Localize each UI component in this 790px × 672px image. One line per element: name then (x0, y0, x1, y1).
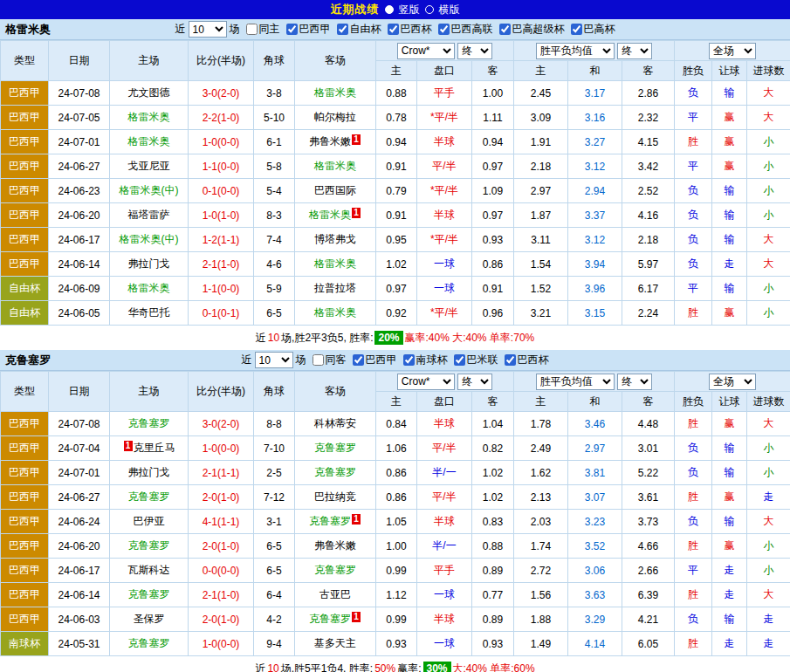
away-team-cell[interactable]: 基多天主 (295, 632, 376, 656)
team-link[interactable]: 克鲁塞罗 (314, 442, 356, 454)
home-team-cell[interactable]: 格雷米奥 (110, 277, 189, 301)
team-link[interactable]: 克鲁塞罗 (314, 564, 356, 576)
fulltime-select[interactable]: 全场 (709, 43, 756, 59)
away-team-cell[interactable]: 克鲁塞罗 (295, 559, 376, 583)
match-count-select[interactable]: 10 (189, 21, 227, 38)
league-checkbox[interactable] (571, 24, 582, 35)
home-team-cell[interactable]: 格雷米奥(中) (110, 179, 189, 203)
final-euro-select[interactable]: 终 (617, 43, 652, 59)
away-team-cell[interactable]: 博塔弗戈 (295, 228, 376, 252)
team-link[interactable]: 格雷米奥 (309, 209, 351, 221)
final-euro-select[interactable]: 终 (617, 374, 652, 390)
team-link[interactable]: 科林蒂安 (314, 417, 356, 429)
league-filter[interactable]: 巴西甲 (349, 353, 397, 367)
team-link[interactable]: 华奇巴托 (128, 306, 170, 319)
league-filter[interactable]: 南球杯 (400, 353, 448, 367)
league-filter[interactable]: 巴西高联 (435, 22, 493, 37)
team-link[interactable]: 克鲁塞罗 (309, 613, 351, 625)
away-team-cell[interactable]: 古亚巴 (295, 583, 376, 607)
home-team-cell[interactable]: 圣保罗 (110, 607, 189, 632)
match-count-select[interactable]: 10 (255, 352, 293, 368)
league-checkbox[interactable] (388, 24, 399, 35)
team-link[interactable]: 格雷米奥 (128, 111, 170, 123)
horizontal-layout-radio[interactable] (425, 5, 434, 14)
away-team-cell[interactable]: 科林蒂安 (295, 412, 376, 436)
home-team-cell[interactable]: 克鲁塞罗 (110, 412, 189, 436)
away-team-cell[interactable]: 格雷米奥 (295, 301, 376, 326)
team-link[interactable]: 格雷米奥 (314, 86, 356, 99)
final-odds-select[interactable]: 终 (457, 43, 492, 59)
home-team-cell[interactable]: 格雷米奥 (110, 130, 189, 154)
league-filter[interactable]: 巴米联 (450, 353, 498, 367)
team-link[interactable]: 戈亚尼亚 (128, 160, 170, 172)
league-filter[interactable]: 巴西杯 (384, 22, 432, 37)
league-checkbox[interactable] (353, 354, 364, 366)
team-link[interactable]: 格雷米奥 (128, 282, 170, 294)
league-checkbox[interactable] (499, 24, 511, 35)
away-team-cell[interactable]: 格雷米奥 (295, 154, 376, 179)
avg-odds-select[interactable]: 胜平负均值 (536, 43, 615, 59)
away-team-cell[interactable]: 弗鲁米嫩 (295, 534, 376, 559)
team-link[interactable]: 弗鲁米嫩 (309, 135, 351, 147)
team-link[interactable]: 格雷米奥 (314, 306, 356, 319)
team-link[interactable]: 巴西国际 (314, 184, 356, 196)
home-team-cell[interactable]: 克鲁塞罗 (110, 534, 189, 559)
team-link[interactable]: 格雷米奥 (128, 135, 170, 147)
team-link[interactable]: 格雷米奥(中) (120, 233, 179, 245)
same-venue-checkbox[interactable] (313, 354, 324, 366)
league-checkbox[interactable] (403, 354, 415, 366)
away-team-cell[interactable]: 克鲁塞罗 (295, 436, 376, 461)
home-team-cell[interactable]: 巴伊亚 (110, 510, 189, 534)
away-team-cell[interactable]: 拉普拉塔 (295, 277, 376, 301)
league-filter[interactable]: 巴高杯 (567, 22, 615, 37)
away-team-cell[interactable]: 格雷米奥1 (295, 203, 376, 228)
team-link[interactable]: 尤文图德 (128, 86, 170, 99)
home-team-cell[interactable]: 格雷米奥 (110, 106, 189, 130)
team-link[interactable]: 格雷米奥 (314, 160, 356, 172)
avg-odds-select[interactable]: 胜平负均值 (536, 374, 615, 390)
home-team-cell[interactable]: 克鲁塞罗 (110, 632, 189, 656)
team-link[interactable]: 克鲁塞罗 (128, 539, 170, 552)
team-link[interactable]: 克鲁塞罗 (309, 515, 351, 527)
team-link[interactable]: 克鲁塞罗 (128, 417, 170, 429)
team-link[interactable]: 福塔雷萨 (128, 209, 170, 221)
away-team-cell[interactable]: 克鲁塞罗 (295, 461, 376, 485)
home-team-cell[interactable]: 瓦斯科达 (110, 559, 189, 583)
team-link[interactable]: 基多天主 (314, 637, 356, 649)
league-checkbox[interactable] (286, 24, 298, 35)
league-checkbox[interactable] (505, 354, 516, 366)
away-team-cell[interactable]: 巴拉纳竞 (295, 485, 376, 510)
home-team-cell[interactable]: 弗拉门戈 (110, 252, 189, 277)
home-team-cell[interactable]: 格雷米奥(中) (110, 228, 189, 252)
league-filter[interactable]: 巴高超级杯 (496, 22, 565, 37)
home-team-cell[interactable]: 1克里丘马 (110, 436, 189, 461)
team-link[interactable]: 瓦斯科达 (128, 564, 170, 576)
league-filter[interactable]: 自由杯 (333, 22, 381, 37)
away-team-cell[interactable]: 格雷米奥 (295, 81, 376, 106)
team-link[interactable]: 弗鲁米嫩 (314, 539, 356, 552)
away-team-cell[interactable]: 克鲁塞罗1 (295, 607, 376, 632)
league-filter[interactable]: 巴西杯 (501, 353, 549, 367)
away-team-cell[interactable]: 格雷米奥 (295, 252, 376, 277)
team-link[interactable]: 克鲁塞罗 (314, 466, 356, 478)
home-team-cell[interactable]: 华奇巴托 (110, 301, 189, 326)
away-team-cell[interactable]: 巴西国际 (295, 179, 376, 203)
away-team-cell[interactable]: 帕尔梅拉 (295, 106, 376, 130)
team-link[interactable]: 巴拉纳竞 (314, 490, 356, 503)
home-team-cell[interactable]: 克鲁塞罗 (110, 485, 189, 510)
vertical-layout-radio[interactable] (385, 5, 394, 14)
team-link[interactable]: 格雷米奥 (314, 257, 356, 270)
bookmaker-select[interactable]: Crow* (397, 374, 455, 390)
team-link[interactable]: 圣保罗 (134, 613, 165, 625)
team-link[interactable]: 克鲁塞罗 (128, 490, 170, 503)
final-odds-select[interactable]: 终 (457, 374, 492, 390)
team-link[interactable]: 帕尔梅拉 (314, 111, 356, 123)
same-venue-filter[interactable]: 同主 (243, 22, 280, 37)
league-checkbox[interactable] (337, 24, 348, 35)
home-team-cell[interactable]: 福塔雷萨 (110, 203, 189, 228)
bookmaker-select[interactable]: Crow* (397, 43, 455, 59)
team-link[interactable]: 克鲁塞罗 (128, 637, 170, 649)
league-checkbox[interactable] (438, 24, 450, 35)
home-team-cell[interactable]: 克鲁塞罗 (110, 583, 189, 607)
team-link[interactable]: 博塔弗戈 (314, 233, 356, 245)
